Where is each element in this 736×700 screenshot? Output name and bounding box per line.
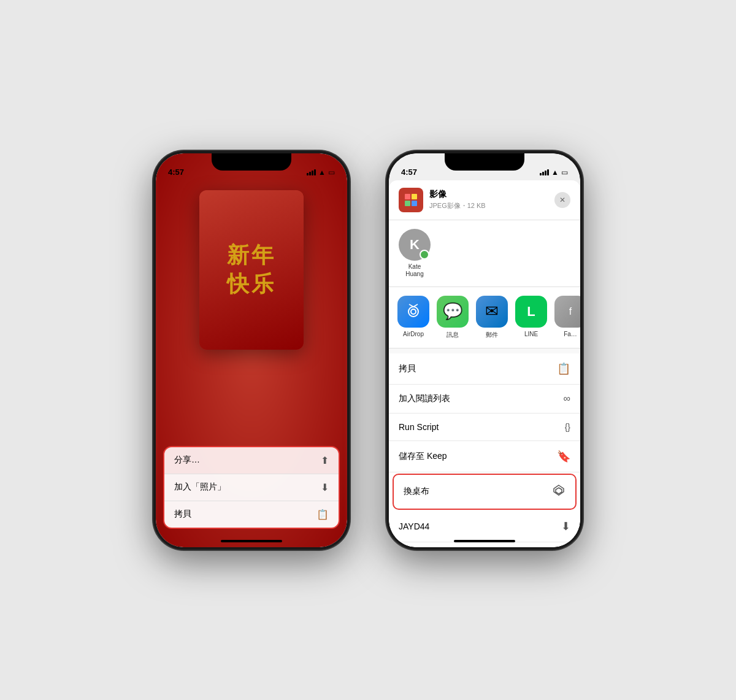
share-subtitle: JPEG影像・12 KB [429,201,548,210]
more-icon: f [554,296,580,328]
status-icons-2: ▲ ▭ [540,168,568,177]
context-menu: 分享… ⬆ 加入「照片」 ⬇ 拷貝 📋 [163,446,340,529]
action-reading-list-icon: ∞ [564,393,570,404]
avatar-kate: K [399,229,431,261]
action-save-keep-icon: 🔖 [557,450,570,463]
action-copy-icon: 📋 [557,362,570,375]
share-title: 影像 [429,189,548,200]
signal-icon-2 [540,169,549,175]
notch-2 [445,153,524,171]
time-1: 4:57 [168,167,184,177]
wifi-icon-2: ▲ [551,168,559,177]
action-save-keep[interactable]: 儲存至 Keep 🔖 [389,441,580,472]
phone-1: 4:57 ▲ ▭ [153,151,350,550]
action-reading-list[interactable]: 加入閱讀列表 ∞ [389,385,580,413]
action-reading-list-label: 加入閱讀列表 [399,393,450,404]
action-run-script-label: Run Script [399,422,439,432]
status-icons-1: ▲ ▭ [307,168,335,177]
copy-icon: 📋 [316,509,329,520]
app-row: AirDrop 💬 訊息 ✉ 郵件 L [389,287,580,348]
notch-1 [212,153,291,171]
line-label: LINE [524,331,538,337]
app-messages[interactable]: 💬 訊息 [437,296,469,339]
svg-rect-3 [412,201,417,206]
people-row: K Kate Huang [389,220,580,287]
messages-icon: 💬 [437,296,469,328]
action-wallpaper-icon [552,483,565,500]
time-2: 4:57 [401,167,417,177]
phone-2: 4:57 ▲ ▭ [386,151,583,550]
more-label: Fa… [564,331,577,337]
action-run-script-icon: {} [565,422,570,432]
home-indicator-2 [454,540,515,542]
share-thumbnail [399,188,423,212]
red-card: 新年 快乐 [199,190,304,350]
context-share-label: 分享… [174,455,200,466]
messages-label: 訊息 [447,331,459,339]
mail-label: 郵件 [486,331,498,339]
share-title-block: 影像 JPEG影像・12 KB [429,189,548,210]
app-mail[interactable]: ✉ 郵件 [476,296,508,339]
app-airdrop[interactable]: AirDrop [397,296,429,339]
svg-line-7 [413,304,418,307]
action-save-keep-label: 儲存至 Keep [399,451,447,462]
action-jayd44[interactable]: JAYD44 ⬇ [389,511,580,542]
svg-point-4 [408,307,418,317]
action-wallpaper[interactable]: 換桌布 [393,474,577,510]
person-kate[interactable]: K Kate Huang [399,229,431,278]
battery-icon-2: ▭ [561,168,568,177]
airdrop-label: AirDrop [403,331,424,337]
share-close-button[interactable]: ✕ [554,192,570,208]
context-add-photo[interactable]: 加入「照片」 ⬇ [164,474,339,501]
chinese-text: 新年 快乐 [227,241,276,299]
app-more[interactable]: f Fa… [554,296,580,339]
action-copy[interactable]: 拷貝 📋 [389,353,580,385]
context-share[interactable]: 分享… ⬆ [164,447,339,474]
context-copy[interactable]: 拷貝 📋 [164,501,339,528]
line-icon: L [515,296,547,328]
avatar-badge [420,250,429,260]
action-list: 拷貝 📋 加入閱讀列表 ∞ Run Script {} [389,353,580,547]
action-copy-label: 拷貝 [399,363,416,374]
home-indicator-1 [221,540,282,542]
svg-point-5 [411,309,416,314]
context-add-photo-label: 加入「照片」 [174,482,226,493]
share-header: 影像 JPEG影像・12 KB ✕ [389,180,580,220]
action-jayd44-icon: ⬇ [561,520,570,533]
action-run-script[interactable]: Run Script {} [389,413,580,441]
action-jayd44-label: JAYD44 [399,521,429,531]
action-wallpaper-label: 換桌布 [404,486,429,497]
person-name-kate: Kate Huang [405,263,423,278]
signal-icon [307,169,316,175]
share-icon: ⬆ [321,455,329,466]
add-photo-icon: ⬇ [321,482,329,493]
mail-icon: ✉ [476,296,508,328]
action-jayd[interactable]: JAYD ⬇ [389,542,580,547]
svg-rect-0 [405,194,410,199]
airdrop-icon [397,296,429,328]
context-copy-label: 拷貝 [174,509,191,520]
svg-line-6 [409,304,413,307]
svg-rect-2 [405,201,410,206]
wifi-icon: ▲ [318,168,326,177]
app-line[interactable]: L LINE [515,296,547,339]
svg-rect-1 [412,194,417,199]
share-sheet: 影像 JPEG影像・12 KB ✕ K [389,180,580,547]
battery-icon: ▭ [328,168,335,177]
